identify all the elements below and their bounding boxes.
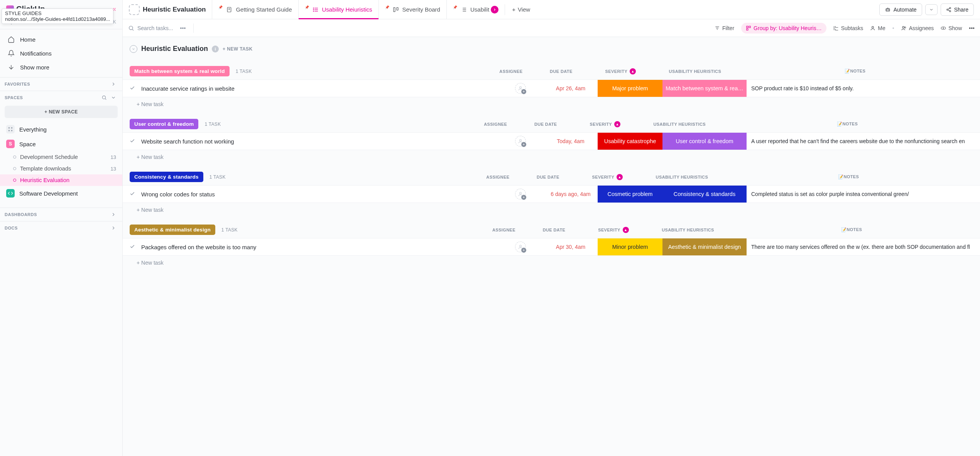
new-task-row[interactable]: + New task	[123, 150, 980, 164]
filter-button[interactable]: Filter	[715, 25, 734, 31]
assignee-cell[interactable]	[497, 186, 544, 203]
toolbar-more-icon[interactable]: •••	[969, 25, 975, 31]
subtasks-button[interactable]: Subtasks	[833, 25, 863, 31]
section-spaces[interactable]: SPACES	[0, 91, 122, 104]
severity-cell[interactable]: Minor problem	[598, 238, 662, 255]
check-icon[interactable]	[130, 138, 136, 144]
space-software-dev[interactable]: Software Development	[0, 186, 122, 201]
assignee-cell[interactable]	[497, 133, 544, 150]
search-spaces-icon[interactable]	[101, 95, 107, 100]
task-row[interactable]: Inaccurate service ratings in website Ap…	[123, 79, 980, 97]
heuristic-cell[interactable]: User control & freedom	[662, 133, 747, 150]
due-date-cell[interactable]: 6 days ago, 4am	[544, 186, 598, 203]
add-assignee-icon[interactable]	[515, 242, 526, 252]
notes-cell[interactable]: Completed status is set as color purple …	[747, 186, 980, 203]
svg-line-30	[948, 10, 950, 10]
col-severity[interactable]: SEVERITY▲	[573, 121, 637, 127]
col-heuristics: USABILITY HEURISTICS	[640, 175, 724, 179]
due-date-cell[interactable]: Apr 26, 4am	[544, 80, 598, 97]
assignees-button[interactable]: Assignees	[901, 25, 934, 31]
notes-cell[interactable]: A user reported that he can't find the c…	[747, 133, 980, 150]
group-header: Consistency & standards 1 TASK ASSIGNEE …	[123, 172, 980, 185]
group-pill[interactable]: Consistency & standards	[130, 172, 203, 182]
task-name-cell: Wrong color codes for status	[123, 187, 273, 201]
severity-cell[interactable]: Cosmetic problem	[598, 186, 662, 203]
tab-usability-heuristics[interactable]: 📌 Usability Heiuristics	[299, 0, 379, 19]
svg-point-7	[8, 130, 9, 131]
task-row[interactable]: Packages offered on the website is too m…	[123, 238, 980, 256]
group-pill[interactable]: User control & freedom	[130, 119, 198, 129]
svg-point-6	[11, 127, 12, 128]
nav-home[interactable]: Home	[0, 32, 122, 46]
new-task-row[interactable]: + New task	[123, 256, 980, 270]
next-tab-button[interactable]	[491, 6, 498, 14]
show-button[interactable]: Show	[941, 25, 962, 31]
task-row[interactable]: Website search function not working Toda…	[123, 132, 980, 150]
col-heuristics: USABILITY HEURISTICS	[637, 122, 721, 127]
severity-cell[interactable]: Usability catastrophe	[598, 133, 662, 150]
share-button[interactable]: Share	[941, 3, 974, 16]
heuristic-cell[interactable]: Consistency & standards	[662, 186, 747, 203]
due-date-cell[interactable]: Today, 4am	[544, 133, 598, 150]
new-space-button[interactable]: + NEW SPACE	[5, 106, 118, 118]
check-icon[interactable]	[130, 244, 136, 250]
assignee-cell[interactable]	[497, 238, 544, 255]
heuristic-cell[interactable]: Match between system & rea…	[662, 80, 747, 97]
group-pill[interactable]: Aesthetic & minimalist design	[130, 225, 215, 235]
new-task-row[interactable]: + New task	[123, 97, 980, 111]
assignees-label: Assignees	[909, 25, 934, 31]
info-icon[interactable]: i	[212, 46, 219, 52]
task-name-cell: Inaccurate service ratings in website	[123, 81, 273, 96]
due-date-cell[interactable]: Apr 30, 4am	[544, 238, 598, 255]
sidebar-list-dev-schedule[interactable]: Development Schedule 13	[0, 151, 122, 163]
group-by-pill[interactable]: Group by: Usability Heuris…	[741, 23, 826, 34]
task-search[interactable]: Search tasks...	[128, 25, 173, 31]
new-task-row[interactable]: + New task	[123, 203, 980, 217]
group-icon	[746, 25, 751, 31]
automate-label: Automate	[894, 7, 917, 13]
notes-cell[interactable]: There are too many services offered on t…	[747, 238, 980, 255]
view-tabs-bar: Heuristic Evaluation 📌 Getting Started G…	[123, 0, 980, 19]
severity-cell[interactable]: Major problem	[598, 80, 662, 97]
automate-dropdown[interactable]	[925, 4, 938, 15]
svg-point-17	[313, 11, 314, 11]
task-row[interactable]: Wrong color codes for status 6 days ago,…	[123, 185, 980, 203]
svg-rect-38	[749, 26, 750, 27]
add-assignee-icon[interactable]	[515, 136, 526, 147]
check-icon[interactable]	[130, 191, 136, 197]
sidebar-list-heuristic-evaluation[interactable]: Heuristic Evaluation	[0, 174, 122, 186]
task-group: Match between system & real world 1 TASK…	[123, 66, 980, 111]
task-group: Consistency & standards 1 TASK ASSIGNEE …	[123, 172, 980, 217]
assignee-cell[interactable]	[497, 80, 544, 97]
nav-notifications[interactable]: Notifications	[0, 46, 122, 60]
section-dashboards[interactable]: DASHBOARDS	[0, 208, 122, 221]
tab-getting-started[interactable]: 📌 Getting Started Guide	[212, 0, 298, 19]
automate-button[interactable]: Automate	[879, 3, 922, 16]
tab-usability-truncated[interactable]: 📌 Usabilit	[447, 0, 505, 19]
add-assignee-icon[interactable]	[515, 83, 526, 94]
more-icon[interactable]: •••	[180, 25, 186, 31]
col-severity[interactable]: SEVERITY▲	[581, 227, 646, 233]
col-severity[interactable]: SEVERITY▲	[588, 68, 653, 74]
me-button[interactable]: Me	[870, 25, 885, 31]
new-task-header-button[interactable]: + NEW TASK	[223, 46, 252, 52]
page-title-tab[interactable]: Heuristic Evaluation	[123, 0, 212, 19]
collapse-all-icon[interactable]	[130, 45, 137, 53]
add-view-button[interactable]: + View	[505, 6, 537, 13]
chevron-down-icon[interactable]	[111, 95, 116, 100]
col-severity[interactable]: SEVERITY▲	[575, 174, 640, 180]
space-everything[interactable]: Everything	[0, 122, 122, 137]
check-icon[interactable]	[130, 85, 136, 91]
add-assignee-icon[interactable]	[515, 189, 526, 199]
section-docs[interactable]: DOCS	[0, 221, 122, 235]
heuristic-cell[interactable]: Aesthetic & minimalist design	[662, 238, 747, 255]
bell-icon	[8, 50, 15, 57]
tab-severity-board[interactable]: 📌 Severity Board	[379, 0, 447, 19]
section-favorites[interactable]: FAVORITES	[0, 78, 122, 91]
notes-cell[interactable]: SOP product rate is $10 instead of $5 on…	[747, 80, 980, 97]
space-root[interactable]: S Space	[0, 137, 122, 151]
nav-home-label: Home	[20, 36, 35, 43]
nav-show-more[interactable]: Show more	[0, 60, 122, 74]
group-pill[interactable]: Match between system & real world	[130, 66, 230, 76]
sidebar-list-template-downloads[interactable]: Template downloads 13	[0, 163, 122, 174]
